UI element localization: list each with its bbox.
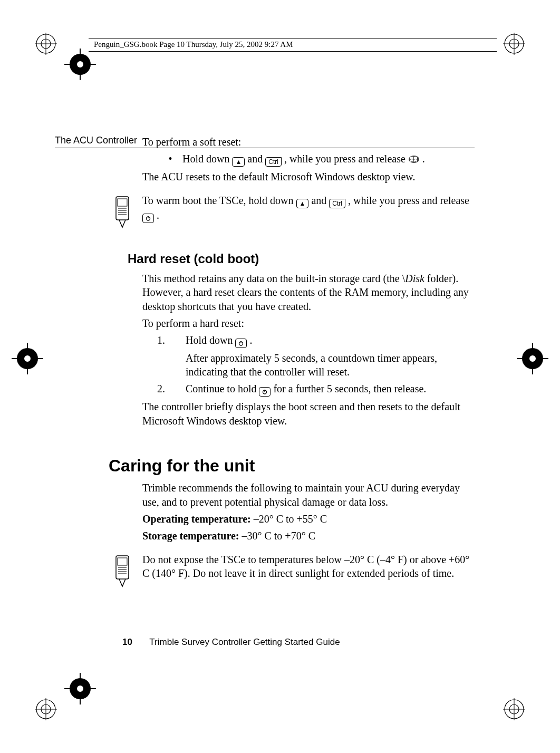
crop-mark-icon	[517, 343, 548, 374]
svg-rect-46	[118, 558, 127, 565]
text: Do not expose the TSCe to temperatures b…	[142, 554, 469, 579]
operating-temp-label: Operating temperature:	[142, 513, 251, 525]
text: .	[157, 209, 159, 221]
storage-temp-value: –30° C to +70° C	[239, 530, 315, 542]
svg-point-23	[529, 355, 536, 362]
soft-reset-intro: To perform a soft reset:	[142, 135, 475, 149]
tsce-warm-boot-note: To warm boot the TSCe, hold down ▲ and C…	[142, 194, 475, 223]
list-number: 1.	[157, 333, 170, 348]
caring-heading: Caring for the unit	[109, 456, 475, 476]
power-key-icon	[235, 339, 247, 348]
svg-point-27	[77, 61, 83, 67]
page-footer: 10 Trimble Survey Controller Getting Sta…	[122, 637, 340, 648]
text: This method retains any data on the buil…	[142, 273, 405, 284]
hard-reset-heading: Hard reset (cold boot)	[128, 252, 475, 266]
caring-p1: Trimble recommends the following to main…	[142, 481, 475, 509]
crop-mark-icon	[64, 673, 96, 704]
operating-temp: Operating temperature: –20° C to +55° C	[142, 512, 475, 526]
soft-reset-bullet: • Hold down ▲ and Ctrl , while you press…	[168, 152, 475, 167]
text: To warm boot the TSCe, hold down	[142, 195, 296, 206]
storage-temp: Storage temperature: –30° C to +70° C	[142, 529, 475, 543]
list-number: 2.	[157, 382, 170, 397]
shift-key-icon: ▲	[232, 157, 245, 167]
list-item: 1. Hold down .	[157, 333, 475, 348]
hard-reset-p1: This method retains any data on the buil…	[142, 272, 475, 313]
page-number: 10	[122, 637, 132, 647]
hard-reset-p3: The controller briefly displays the boot…	[142, 400, 475, 428]
text: and	[247, 153, 265, 165]
hard-reset-p2: To perform a hard reset:	[142, 316, 475, 330]
ctrl-key-icon: Ctrl	[265, 157, 282, 167]
text: and	[311, 195, 329, 206]
handheld-device-icon	[113, 195, 133, 228]
list-item: 2. Continue to hold for a further 5 seco…	[157, 382, 475, 397]
text: , while you press and release	[348, 195, 469, 206]
text: Hold down	[182, 153, 232, 165]
page-body: To perform a soft reset: • Hold down ▲ a…	[142, 135, 475, 583]
running-head: The ACU Controller	[55, 135, 137, 146]
text: , while you press and release	[284, 153, 408, 165]
registration-mark-icon	[35, 33, 57, 55]
text: .	[249, 334, 252, 346]
footer-title: Trimble Survey Controller Getting Starte…	[149, 637, 340, 647]
windows-key-icon	[408, 153, 420, 161]
power-key-icon	[142, 214, 154, 223]
text: .	[422, 153, 425, 165]
list-item-sub: After approximately 5 seconds, a countdo…	[186, 351, 475, 379]
handheld-device-icon	[113, 554, 133, 587]
svg-rect-34	[118, 199, 127, 206]
book-meta-text: Penguin_GSG.book Page 10 Thursday, July …	[94, 40, 293, 49]
book-meta-header: Penguin_GSG.book Page 10 Thursday, July …	[89, 38, 497, 53]
registration-mark-icon	[35, 698, 57, 720]
shift-key-icon: ▲	[296, 199, 309, 208]
soft-reset-result: The ACU resets to the default Microsoft …	[142, 170, 475, 184]
disk-folder-name: Disk	[405, 273, 424, 284]
operating-temp-value: –20° C to +55° C	[251, 513, 327, 525]
text: Continue to hold	[186, 383, 259, 394]
power-key-icon	[259, 387, 271, 397]
registration-mark-icon	[503, 33, 525, 55]
registration-mark-icon	[503, 698, 525, 720]
svg-point-31	[77, 686, 83, 692]
text: for a further 5 seconds, then release.	[273, 383, 426, 394]
crop-mark-icon	[12, 343, 43, 374]
crop-mark-icon	[64, 49, 96, 80]
bullet-icon: •	[168, 152, 173, 167]
ctrl-key-icon: Ctrl	[329, 199, 345, 208]
svg-point-19	[24, 355, 31, 362]
storage-temp-label: Storage temperature:	[142, 530, 239, 542]
tsce-temp-note: Do not expose the TSCe to temperatures b…	[142, 553, 475, 581]
text: Hold down	[186, 334, 235, 346]
